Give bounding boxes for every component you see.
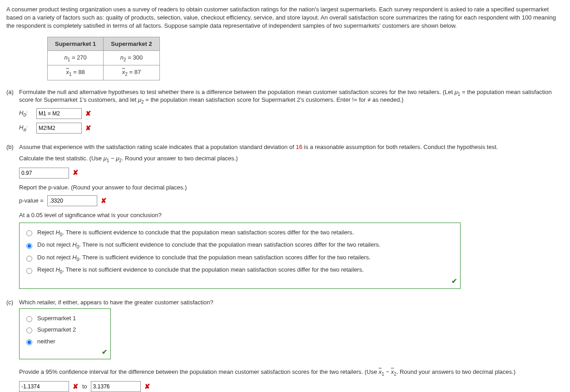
choice-radio-2[interactable]: [26, 243, 32, 249]
part-a: (a) Formulate the null and alternative h…: [6, 89, 564, 134]
h0-label: H0:: [19, 109, 33, 119]
conclusion-prompt: At a 0.05 level of significance what is …: [19, 211, 564, 220]
h0-input[interactable]: [36, 108, 82, 119]
choice-text: Supermarket 1: [37, 314, 76, 323]
x1-cell: x1 = 88: [48, 65, 104, 80]
part-b-text1b: is a reasonable assumption for both reta…: [302, 144, 498, 150]
choice-text: Reject H0. There is not sufficient evide…: [37, 265, 364, 275]
x-icon: ✘: [144, 382, 150, 392]
ci-prompt-b: . Round your answers to two decimal plac…: [397, 368, 515, 375]
ci-low-input[interactable]: [19, 381, 69, 392]
n1-cell: n1 = 270: [48, 50, 104, 65]
part-c-text: Which retailer, if either, appears to ha…: [19, 299, 564, 306]
mu2-def: = the population mean satisfaction score…: [144, 96, 404, 103]
to-label: to: [82, 382, 87, 391]
part-a-text: Formulate the null and alternative hypot…: [19, 89, 455, 95]
pvalue-label: p-value =: [19, 196, 44, 205]
ha-input[interactable]: [36, 123, 82, 134]
x-icon: ✘: [85, 123, 91, 134]
choice-text: neither: [37, 337, 55, 346]
x2-cell: x2 = 87: [104, 65, 159, 80]
retailer-radio-3[interactable]: [26, 339, 32, 345]
problem-intro: A consumer product testing organization …: [6, 5, 564, 30]
choice-radio-1[interactable]: [26, 230, 32, 236]
n2-cell: n2 = 300: [104, 50, 159, 65]
choice-text: Reject H0. There is sufficient evidence …: [37, 228, 354, 238]
ci-high-input[interactable]: [91, 381, 141, 392]
col1-header: Supermarket 1: [48, 37, 104, 50]
check-icon: ✔: [102, 347, 108, 357]
retailer-choices: Supermarket 1 Supermarket 2 neither ✔: [19, 308, 111, 360]
data-table: Supermarket 1 Supermarket 2 n1 = 270 n2 …: [47, 37, 160, 80]
pvalue-input[interactable]: [47, 195, 97, 206]
test-stat-input[interactable]: [19, 168, 69, 179]
part-c-label: (c): [6, 299, 19, 306]
choice-text: Do not reject H0. There is not sufficien…: [37, 240, 381, 250]
retailer-radio-1[interactable]: [26, 316, 32, 322]
choice-radio-3[interactable]: [26, 256, 32, 262]
retailer-radio-2[interactable]: [26, 327, 32, 333]
ha-label: Ha:: [19, 123, 33, 133]
col2-header: Supermarket 2: [104, 37, 159, 50]
choice-text: Supermarket 2: [37, 325, 76, 334]
x-icon: ✘: [73, 168, 79, 178]
part-c: (c) Which retailer, if either, appears t…: [6, 299, 564, 392]
part-b-label: (b): [6, 144, 19, 150]
sigma-value: 16: [296, 144, 302, 150]
check-icon: ✔: [451, 276, 457, 287]
choice-text: Do not reject H0. There is sufficient ev…: [37, 253, 371, 263]
x-icon: ✘: [85, 109, 91, 119]
part-a-label: (a): [6, 89, 19, 104]
pvalue-prompt: Report the p-value. (Round your answer t…: [19, 183, 564, 192]
part-b: (b) Assume that experience with the sati…: [6, 144, 564, 289]
ci-prompt-a: Provide a 95% confidence interval for th…: [19, 368, 379, 375]
conclusion-choices: Reject H0. There is sufficient evidence …: [19, 223, 461, 289]
part-b-text1a: Assume that experience with the satisfac…: [19, 144, 296, 150]
choice-radio-4[interactable]: [26, 268, 32, 274]
x-icon: ✘: [101, 196, 107, 206]
x-icon: ✘: [73, 382, 79, 392]
